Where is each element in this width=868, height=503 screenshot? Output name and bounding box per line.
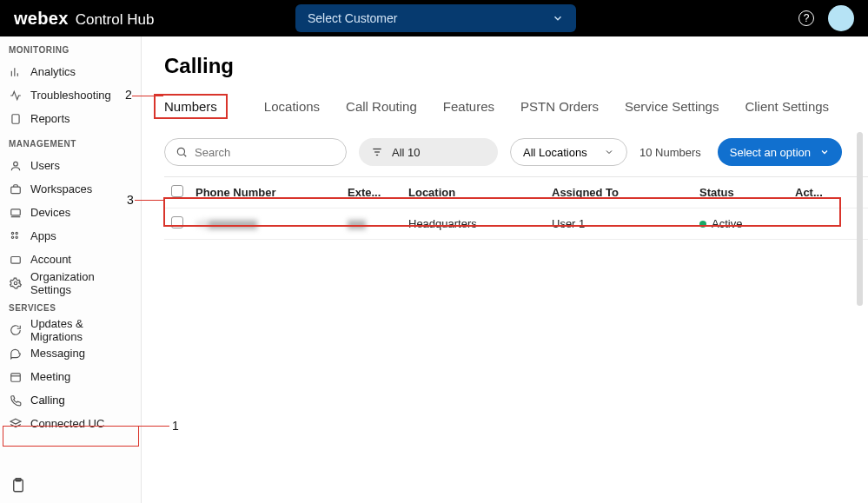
customer-select-label: Select Customer (308, 11, 397, 25)
tab-locations[interactable]: Locations (264, 94, 320, 119)
sidebar-item-messaging[interactable]: Messaging (0, 341, 141, 365)
cell-phone: +1▮▮▮▮▮▮▮▮ (195, 217, 348, 230)
stack-icon (9, 417, 22, 430)
svg-line-18 (183, 154, 186, 156)
sidebar-item-reports[interactable]: Reports (0, 107, 141, 130)
annotation-number-3: 3 (127, 193, 134, 207)
brand: webex Control Hub (14, 9, 154, 29)
sidebar-item-devices[interactable]: Devices (0, 201, 141, 224)
row-checkbox[interactable] (171, 216, 183, 228)
svg-rect-14 (10, 373, 20, 381)
cell-status: Active (699, 217, 795, 230)
sidebar-item-connected-uc[interactable]: Connected UC (0, 412, 141, 435)
main-scrollbar[interactable] (857, 132, 863, 306)
annotation-number-2: 2 (125, 88, 132, 102)
col-phone[interactable]: Phone Number (195, 186, 348, 199)
sidebar-section-title: SERVICES (0, 295, 141, 318)
select-option-button[interactable]: Select an option (718, 138, 842, 166)
sidebar-item-label: Devices (30, 206, 70, 219)
col-actions[interactable]: Act... (795, 186, 838, 199)
top-bar: webex Control Hub Select Customer ? (0, 0, 868, 36)
main-content: Calling Numbers Locations Call Routing F… (142, 36, 868, 503)
sidebar-section-title: MANAGEMENT (0, 130, 141, 154)
svg-marker-16 (10, 419, 21, 424)
filter-icon (371, 146, 383, 158)
col-status[interactable]: Status (699, 186, 795, 199)
svg-point-13 (14, 281, 17, 285)
tab-features[interactable]: Features (443, 94, 494, 119)
search-box[interactable] (164, 138, 347, 166)
grid-icon (9, 229, 22, 242)
tab-client-settings[interactable]: Client Settings (745, 94, 829, 119)
search-icon (176, 146, 188, 158)
svg-point-4 (13, 162, 17, 166)
sidebar-item-label: Organization Settings (30, 270, 132, 296)
sidebar-item-label: Account (30, 253, 71, 266)
tab-call-routing[interactable]: Call Routing (346, 94, 417, 119)
gear-icon (9, 276, 22, 289)
annotation-number-1: 1 (172, 419, 179, 433)
cell-extension: ▮▮▮ (348, 217, 408, 230)
briefcase-icon (9, 182, 22, 195)
select-option-label: Select an option (730, 146, 811, 159)
sidebar-item-meeting[interactable]: Meeting (0, 365, 141, 388)
sidebar-item-calling[interactable]: Calling (0, 388, 141, 412)
numbers-table: Phone Number Exte... Location Assigned T… (164, 176, 868, 240)
sidebar-item-label: Apps (30, 229, 56, 242)
brand-logo: webex (14, 9, 69, 29)
annotation-line-3 (135, 200, 164, 201)
sidebar-item-updates[interactable]: Updates & Migrations (0, 318, 141, 341)
sidebar-item-analytics[interactable]: Analytics (0, 60, 141, 83)
svg-rect-6 (10, 208, 20, 215)
sidebar-item-label: Reports (30, 112, 70, 125)
customer-select-dropdown[interactable]: Select Customer (295, 4, 576, 32)
location-dropdown[interactable]: All Locations (510, 138, 627, 166)
col-assigned[interactable]: Assigned To (552, 186, 699, 199)
sidebar-item-apps[interactable]: Apps (0, 224, 141, 248)
status-dot-icon (699, 221, 706, 228)
tab-service-settings[interactable]: Service Settings (625, 94, 719, 119)
cell-assigned: User 1 (552, 217, 699, 230)
message-icon (9, 347, 22, 360)
svg-point-8 (11, 232, 13, 234)
search-input[interactable] (195, 146, 341, 159)
svg-point-9 (16, 232, 17, 234)
row-checkbox-cell (164, 216, 195, 231)
avatar[interactable] (828, 5, 854, 31)
sidebar-item-workspaces[interactable]: Workspaces (0, 177, 141, 201)
col-extension[interactable]: Exte... (348, 186, 408, 199)
select-all-cell (164, 185, 195, 200)
sidebar-item-label: Calling (30, 394, 65, 407)
tab-pstn-orders[interactable]: PSTN Orders (520, 94, 599, 119)
svg-rect-3 (11, 114, 18, 123)
help-icon[interactable]: ? (798, 10, 814, 26)
filter-pill[interactable]: All 10 (359, 138, 498, 166)
top-right-controls: ? (798, 5, 854, 31)
sidebar-item-org-settings[interactable]: Organization Settings (0, 271, 141, 295)
sidebar-item-troubleshooting[interactable]: Troubleshooting (0, 83, 141, 107)
sidebar-item-label: Meeting (30, 370, 70, 383)
select-all-checkbox[interactable] (171, 185, 183, 197)
pulse-icon (9, 89, 22, 102)
sidebar-item-account[interactable]: Account (0, 248, 141, 271)
device-icon (9, 206, 22, 219)
annotation-line-1 (139, 426, 169, 427)
brand-subtitle: Control Hub (76, 11, 155, 29)
table-row[interactable]: +1▮▮▮▮▮▮▮▮ ▮▮▮ Headquarters User 1 Activ… (164, 208, 868, 240)
sidebar-item-label: Troubleshooting (30, 89, 111, 102)
svg-point-11 (16, 236, 17, 238)
clipboard-icon[interactable] (10, 477, 26, 494)
col-location[interactable]: Location (408, 186, 552, 199)
chevron-down-icon (552, 12, 564, 24)
sidebar-item-label: Users (30, 159, 60, 172)
tab-numbers[interactable]: Numbers (154, 94, 228, 119)
count-label: 10 Numbers (639, 146, 701, 159)
document-icon (9, 112, 22, 125)
calendar-icon (9, 370, 22, 383)
sidebar-item-label: Analytics (30, 65, 76, 78)
sidebar-item-label: Workspaces (30, 182, 92, 195)
svg-rect-5 (10, 187, 20, 194)
svg-point-17 (177, 148, 184, 155)
filter-label: All 10 (392, 146, 421, 159)
sidebar-item-users[interactable]: Users (0, 154, 141, 177)
